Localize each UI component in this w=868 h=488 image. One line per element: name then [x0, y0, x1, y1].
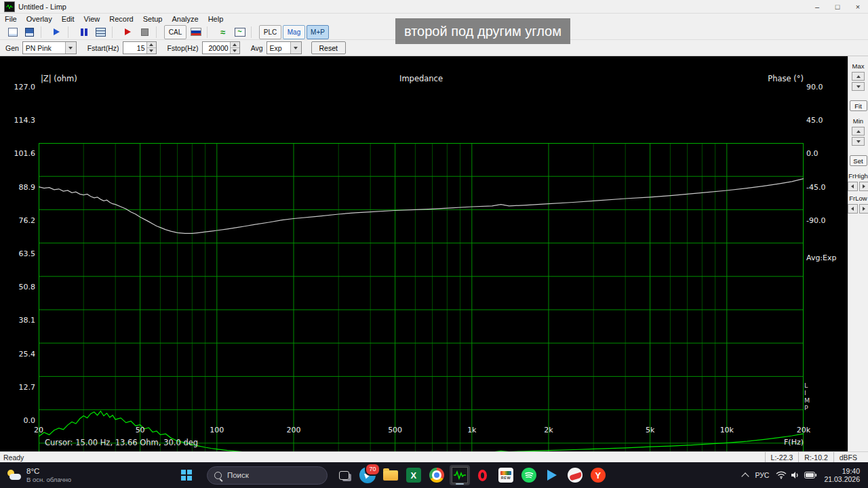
- reset-button[interactable]: Reset: [311, 41, 346, 54]
- frlow-right-button[interactable]: [859, 204, 868, 214]
- tray-status-icons[interactable]: [776, 471, 817, 479]
- min-down-button[interactable]: [852, 137, 865, 146]
- folder-icon: [383, 470, 398, 481]
- pause-button[interactable]: [76, 25, 92, 39]
- menu-item-setup[interactable]: Setup: [138, 15, 167, 23]
- opera-app-button[interactable]: [473, 465, 493, 485]
- minimize-button[interactable]: –: [807, 0, 827, 13]
- system-tray: РУС 19:40: [743, 462, 868, 488]
- max-up-button[interactable]: [852, 72, 865, 81]
- menu-item-record[interactable]: Record: [104, 15, 138, 23]
- menu-item-help[interactable]: Help: [203, 15, 229, 23]
- menu-item-analyze[interactable]: Analyze: [167, 15, 203, 23]
- weather-text: 8°C В осн. облачно: [26, 467, 71, 483]
- open-button[interactable]: [5, 25, 20, 39]
- weather-icon: [7, 469, 22, 481]
- language-indicator[interactable]: РУС: [755, 471, 769, 479]
- menu-item-view[interactable]: View: [79, 15, 105, 23]
- fstart-label: Fstart(Hz): [87, 44, 119, 52]
- explorer-app-button[interactable]: [380, 465, 401, 485]
- smooth-wave-button[interactable]: [215, 25, 231, 39]
- avg-label: Avg: [251, 44, 263, 52]
- media-player-app-button[interactable]: [542, 465, 562, 485]
- task-view-button[interactable]: [334, 465, 355, 485]
- frlow-left-button[interactable]: [848, 204, 858, 214]
- spotify-icon: [521, 468, 536, 483]
- min-up-button[interactable]: [852, 127, 865, 136]
- fstart-down-button[interactable]: [147, 47, 156, 54]
- set-button[interactable]: Set: [850, 155, 867, 166]
- clock-widget[interactable]: 19:40 21.03.2026: [824, 467, 860, 484]
- status-ready: Ready: [0, 453, 24, 462]
- mp-button[interactable]: M+P: [307, 25, 329, 39]
- tray-expand-icon[interactable]: [742, 472, 749, 480]
- telegram-app-button[interactable]: 70: [357, 465, 378, 485]
- save-icon: [25, 28, 34, 37]
- marker-flag-button[interactable]: [49, 25, 64, 39]
- fstop-up-button[interactable]: [231, 42, 239, 47]
- rew-app-button[interactable]: REW: [496, 465, 516, 485]
- plc-button[interactable]: PLC: [259, 25, 281, 39]
- start-button[interactable]: [180, 465, 200, 485]
- impedance-chart-canvas: [39, 143, 804, 476]
- data-table-button[interactable]: [93, 25, 108, 39]
- toolbar-separator: [207, 26, 212, 38]
- menu-item-file[interactable]: File: [0, 15, 22, 23]
- max-down-button[interactable]: [852, 82, 865, 91]
- record-play-icon: [125, 28, 131, 35]
- play-icon: [547, 470, 557, 481]
- status-left-level: L:-22.3: [765, 452, 799, 462]
- language-flag-button[interactable]: [188, 25, 203, 39]
- cal-button[interactable]: CAL: [164, 25, 186, 39]
- chrome-icon: [429, 468, 444, 483]
- close-button[interactable]: ×: [848, 0, 868, 13]
- record-button[interactable]: [120, 25, 136, 39]
- fstop-label: Fstop(Hz): [167, 44, 199, 52]
- scope-icon: [235, 28, 245, 37]
- spotify-app-button[interactable]: [519, 465, 539, 485]
- excel-app-button[interactable]: [403, 465, 424, 485]
- frhigh-left-button[interactable]: [848, 182, 858, 191]
- frhigh-right-button[interactable]: [859, 182, 868, 191]
- status-right-level: R:-10.2: [798, 452, 833, 462]
- chevron-down-icon: [65, 42, 76, 54]
- fstart-input[interactable]: [123, 42, 146, 54]
- status-units: dBFS: [833, 452, 863, 462]
- fstop-down-button[interactable]: [231, 47, 239, 54]
- menu-item-edit[interactable]: Edit: [57, 15, 79, 23]
- stop-icon: [141, 28, 149, 36]
- fstart-up-button[interactable]: [147, 42, 156, 47]
- yandex-app-button[interactable]: [588, 465, 608, 485]
- data-table-icon: [96, 28, 106, 37]
- fstop-spin-buttons: [230, 42, 239, 54]
- weather-temperature: 8°C: [26, 467, 71, 476]
- media-app-button[interactable]: [565, 465, 585, 485]
- impedance-plot[interactable]: [39, 143, 804, 476]
- weather-widget[interactable]: 8°C В осн. облачно: [0, 462, 78, 488]
- fit-button[interactable]: Fit: [850, 100, 867, 111]
- save-button[interactable]: [22, 25, 37, 39]
- weather-description: В осн. облачно: [26, 476, 71, 483]
- status-levels: L:-22.3 R:-10.2 dBFS: [765, 452, 863, 462]
- scope-view-button[interactable]: [232, 25, 248, 39]
- limp-app-button[interactable]: [450, 465, 470, 485]
- limp-application-window: Untitled - Limp – □ × FileOverlayEditVie…: [0, 0, 868, 488]
- avg-select[interactable]: Exp: [267, 41, 302, 54]
- caption-overlay: второй под другим углом: [395, 18, 570, 44]
- toolbar-separator: [41, 26, 46, 38]
- stop-button[interactable]: [137, 25, 153, 39]
- window-title: Untitled - Limp: [18, 3, 66, 11]
- chrome-app-button[interactable]: [427, 465, 447, 485]
- taskbar-search[interactable]: Поиск: [207, 466, 328, 485]
- task-view-icon: [339, 471, 349, 480]
- chart-client-area: [0, 56, 868, 451]
- menu-item-overlay[interactable]: Overlay: [22, 15, 57, 23]
- fstop-input[interactable]: [203, 42, 230, 54]
- mag-button[interactable]: Mag: [283, 25, 305, 39]
- impedance-curve: [39, 411, 804, 455]
- gen-select[interactable]: PN Pink: [22, 41, 77, 54]
- limp-icon: [452, 467, 468, 483]
- toolbar-separator: [68, 26, 73, 38]
- telegram-badge: 70: [365, 463, 380, 476]
- maximize-button[interactable]: □: [827, 0, 848, 13]
